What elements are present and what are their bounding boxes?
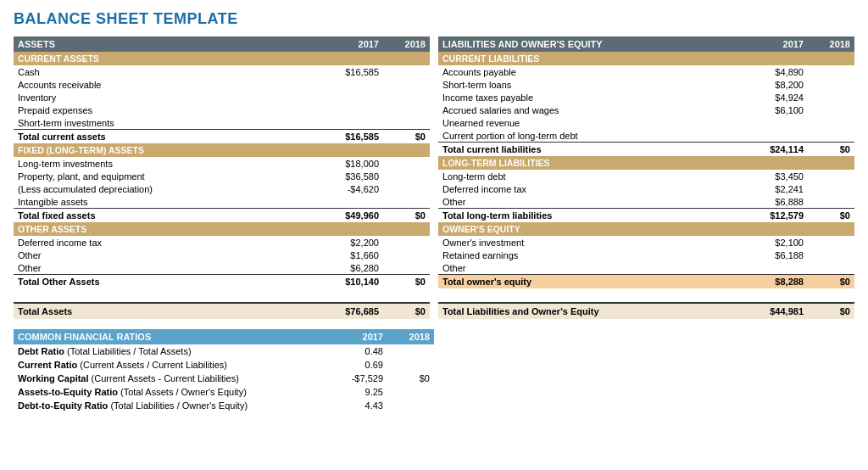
spacer	[438, 288, 854, 303]
list-item: Cash $16,585	[14, 65, 430, 78]
list-item: Accounts receivable	[14, 78, 430, 91]
list-item: Other $6,888	[438, 195, 854, 209]
longterm-liabilities-header: LONG-TERM LIABILITIES	[438, 156, 854, 170]
assets-header-label: ASSETS	[14, 36, 324, 52]
list-item: Accounts payable $4,890	[438, 65, 854, 78]
total-fixed-assets-row: Total fixed assets $49,960 $0	[14, 209, 430, 223]
liabilities-header-label: LIABILITIES AND OWNER'S EQUITY	[438, 36, 748, 52]
current-assets-header: CURRENT ASSETS	[14, 52, 430, 65]
list-item: Unearned revenue	[438, 116, 854, 129]
total-owners-equity-row: Total owner's equity $8,288 $0	[438, 275, 854, 289]
current-liabilities-header: CURRENT LIABILITIES	[438, 52, 854, 65]
ratios-section: COMMON FINANCIAL RATIOS 2017 2018 Debt R…	[14, 329, 434, 412]
list-item: Income taxes payable $4,924	[438, 91, 854, 104]
other-assets-header: OTHER ASSETS	[14, 222, 430, 236]
total-assets-row: Total Assets $76,685 $0	[14, 303, 430, 319]
liabilities-header-2017: 2017	[748, 36, 808, 52]
list-item: Owner's investment $2,100	[438, 236, 854, 249]
list-item: Debt-to-Equity Ratio (Total Liabilities …	[14, 399, 434, 412]
ratios-header-2018: 2018	[387, 329, 434, 344]
list-item: Other	[438, 261, 854, 275]
total-other-assets-row: Total Other Assets $10,140 $0	[14, 275, 430, 289]
list-item: Current portion of long-term debt	[438, 129, 854, 143]
list-item: Other $6,280	[14, 261, 430, 275]
list-item: Other $1,660	[14, 249, 430, 261]
assets-header-2018: 2018	[383, 36, 430, 52]
liabilities-header-row: LIABILITIES AND OWNER'S EQUITY 2017 2018	[438, 36, 854, 52]
owners-equity-header: OWNER'S EQUITY	[438, 222, 854, 236]
list-item: (Less accumulated depreciation) -$4,620	[14, 182, 430, 195]
total-current-assets-row: Total current assets $16,585 $0	[14, 130, 430, 144]
list-item: Intangible assets	[14, 195, 430, 209]
list-item: Short-term investments	[14, 116, 430, 130]
list-item: Debt Ratio (Total Liabilities / Total As…	[14, 344, 434, 358]
list-item: Prepaid expenses	[14, 104, 430, 116]
ratios-header-label: COMMON FINANCIAL RATIOS	[14, 329, 328, 344]
list-item: Retained earnings $6,188	[438, 249, 854, 261]
list-item: Deferred income tax $2,200	[14, 236, 430, 249]
assets-section: ASSETS 2017 2018 CURRENT ASSETS Cash $16…	[14, 36, 430, 319]
liabilities-header-2018: 2018	[808, 36, 854, 52]
list-item: Long-term investments $18,000	[14, 157, 430, 170]
list-item: Deferred income tax $2,241	[438, 182, 854, 195]
spacer	[14, 288, 430, 303]
page-title: BALANCE SHEET TEMPLATE	[14, 10, 854, 28]
list-item: Property, plant, and equipment $36,580	[14, 170, 430, 182]
list-item: Inventory	[14, 91, 430, 104]
list-item: Long-term debt $3,450	[438, 170, 854, 182]
list-item: Assets-to-Equity Ratio (Total Assets / O…	[14, 385, 434, 399]
list-item: Working Capital (Current Assets - Curren…	[14, 372, 434, 385]
assets-header-2017: 2017	[324, 36, 383, 52]
fixed-assets-header: FIXED (LONG-TERM) ASSETS	[14, 143, 430, 157]
list-item: Accrued salaries and wages $6,100	[438, 104, 854, 116]
total-longterm-liabilities-row: Total long-term liabilities $12,579 $0	[438, 209, 854, 223]
assets-header-row: ASSETS 2017 2018	[14, 36, 430, 52]
liabilities-section: LIABILITIES AND OWNER'S EQUITY 2017 2018…	[438, 36, 854, 319]
list-item: Short-term loans $8,200	[438, 78, 854, 91]
total-current-liabilities-row: Total current liabilities $24,114 $0	[438, 143, 854, 157]
ratios-header-2017: 2017	[328, 329, 387, 344]
total-liabilities-row: Total Liabilities and Owner's Equity $44…	[438, 303, 854, 319]
list-item: Current Ratio (Current Assets / Current …	[14, 358, 434, 372]
ratios-header-row: COMMON FINANCIAL RATIOS 2017 2018	[14, 329, 434, 344]
